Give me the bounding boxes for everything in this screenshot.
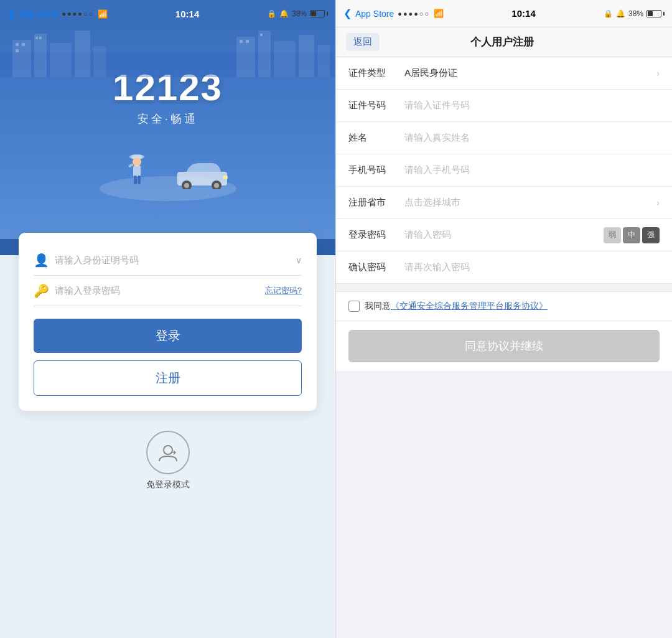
- battery-indicator: [310, 10, 328, 17]
- agreement-section: 我同意《交通安全综合服务管理平台服务协议》: [336, 291, 672, 321]
- key-icon: 🔑: [34, 283, 49, 298]
- submit-section: 同意协议并继续: [336, 321, 672, 371]
- guest-icon-circle: [146, 431, 190, 474]
- strength-strong-btn[interactable]: 强: [642, 227, 660, 243]
- svg-rect-15: [39, 37, 42, 39]
- svg-rect-23: [128, 163, 134, 167]
- right-lock-icon: 🔒: [604, 9, 613, 18]
- id-number-label: 证件号码: [348, 100, 398, 111]
- svg-rect-13: [16, 49, 19, 52]
- password-input-row: 🔑 请输入登录密码 忘记密码?: [34, 276, 302, 306]
- appstore-label[interactable]: App Store: [19, 9, 58, 19]
- bell-icon: 🔔: [279, 9, 289, 18]
- register-button[interactable]: 注册: [34, 360, 302, 396]
- id-number-input[interactable]: 请输入证件号码: [398, 100, 660, 111]
- phone-label: 手机号码: [348, 164, 398, 176]
- left-status-bar: ❮ App Store ●●●●○○ 📶 10:14 🔒 🔔 38%: [0, 0, 335, 27]
- field-row-password[interactable]: 登录密码 请输入密码 弱 中 强: [336, 219, 672, 251]
- right-back-arrow-icon: ❮: [343, 7, 352, 19]
- registration-form: 证件类型 A居民身份证 › 证件号码 请输入证件号码 姓名 请输入真实姓名 手机…: [336, 57, 672, 284]
- confirm-password-input[interactable]: 请再次输入密码: [398, 261, 660, 273]
- svg-rect-12: [22, 43, 25, 46]
- svg-rect-11: [16, 43, 19, 46]
- id-type-label: 证件类型: [348, 67, 398, 79]
- svg-point-28: [184, 183, 189, 188]
- field-row-confirm-password[interactable]: 确认密码 请再次输入密码: [336, 251, 672, 284]
- app-subtitle: 安全·畅通: [138, 111, 198, 126]
- right-signal-dots: ●●●●○○: [398, 10, 430, 17]
- strength-mid-btn[interactable]: 中: [623, 227, 640, 243]
- right-footer: [336, 371, 672, 638]
- svg-rect-22: [133, 166, 141, 177]
- svg-rect-4: [75, 30, 90, 77]
- login-card: 👤 请输入身份证明号码 ∨ 🔑 请输入登录密码 忘记密码? 登录 注册: [19, 233, 317, 411]
- svg-point-30: [214, 183, 219, 188]
- id-input-row: 👤 请输入身份证明号码 ∨: [34, 245, 302, 276]
- login-button[interactable]: 登录: [34, 319, 302, 353]
- field-row-city[interactable]: 注册省市 点击选择城市 ›: [336, 187, 672, 219]
- svg-rect-8: [274, 41, 296, 77]
- right-status-time: 10:14: [511, 8, 535, 19]
- svg-rect-17: [246, 40, 249, 43]
- back-arrow-icon: ❮: [7, 8, 16, 20]
- password-input[interactable]: 请输入密码: [398, 229, 604, 241]
- strength-weak-btn[interactable]: 弱: [604, 227, 621, 243]
- forgot-password-link[interactable]: 忘记密码?: [265, 285, 302, 296]
- svg-rect-18: [260, 34, 263, 36]
- status-left: ❮ App Store ●●●●○○ 📶: [7, 8, 108, 20]
- right-bell-icon: 🔔: [616, 9, 625, 18]
- navbar-title: 个人用户注册: [380, 35, 625, 49]
- car-figure: [174, 158, 230, 192]
- officer-figure: [124, 152, 149, 192]
- svg-rect-14: [35, 37, 38, 39]
- right-battery-percent: 38%: [628, 9, 643, 18]
- right-navbar: 返回 个人用户注册: [336, 27, 672, 57]
- right-panel: ❮ App Store ●●●●○○ 📶 10:14 🔒 🔔 38% 返回 个人…: [336, 0, 672, 638]
- password-label: 登录密码: [348, 229, 398, 241]
- field-row-phone[interactable]: 手机号码 请输入手机号码: [336, 154, 672, 187]
- svg-rect-6: [236, 37, 255, 77]
- hero-scene: [87, 139, 249, 201]
- right-status-bar: ❮ App Store ●●●●○○ 📶 10:14 🔒 🔔 38%: [336, 0, 672, 27]
- password-input-placeholder[interactable]: 请输入登录密码: [55, 285, 259, 297]
- right-appstore-label[interactable]: App Store: [355, 9, 394, 19]
- agreement-prefix: 我同意: [365, 301, 391, 311]
- id-type-chevron-icon: ›: [656, 68, 660, 79]
- right-wifi-icon: 📶: [434, 9, 444, 18]
- lock-icon: 🔒: [267, 9, 276, 18]
- right-status-left: ❮ App Store ●●●●○○ 📶: [343, 7, 444, 19]
- dropdown-arrow-icon: ∨: [296, 255, 302, 265]
- svg-rect-25: [138, 176, 141, 184]
- guest-mode-section[interactable]: 免登录模式: [0, 431, 335, 490]
- confirm-password-label: 确认密码: [348, 261, 398, 273]
- submit-button[interactable]: 同意协议并继续: [348, 330, 660, 362]
- city-label: 注册省市: [348, 197, 398, 209]
- agreement-checkbox[interactable]: [348, 301, 360, 312]
- id-input-placeholder[interactable]: 请输入身份证明号码: [55, 255, 289, 266]
- navbar-back-button[interactable]: 返回: [346, 33, 380, 51]
- name-label: 姓名: [348, 132, 398, 144]
- city-input[interactable]: 点击选择城市: [398, 197, 656, 209]
- status-right-left: 🔒 🔔 38%: [267, 9, 328, 18]
- svg-rect-7: [258, 30, 271, 77]
- guest-label: 免登录模式: [146, 479, 190, 490]
- field-row-id-type[interactable]: 证件类型 A居民身份证 ›: [336, 57, 672, 90]
- svg-point-32: [164, 446, 172, 454]
- password-strength-buttons: 弱 中 强: [604, 227, 660, 243]
- field-row-name[interactable]: 姓名 请输入真实姓名: [336, 122, 672, 154]
- right-battery-indicator: [646, 10, 665, 17]
- svg-rect-31: [223, 176, 228, 179]
- agreement-link[interactable]: 《交通安全综合服务管理平台服务协议》: [391, 301, 548, 311]
- name-input[interactable]: 请输入真实姓名: [398, 132, 660, 144]
- city-chevron-icon: ›: [656, 197, 660, 209]
- battery-percent: 38%: [292, 9, 307, 18]
- hero-section: 12123 安全·畅通: [0, 27, 335, 239]
- user-icon: 👤: [34, 253, 49, 268]
- svg-rect-3: [50, 43, 72, 77]
- svg-rect-16: [240, 40, 243, 43]
- phone-input[interactable]: 请输入手机号码: [398, 164, 660, 176]
- svg-rect-9: [299, 35, 314, 77]
- city-bg: [0, 27, 335, 77]
- field-row-id-number[interactable]: 证件号码 请输入证件号码: [336, 90, 672, 122]
- wifi-icon: 📶: [98, 9, 108, 19]
